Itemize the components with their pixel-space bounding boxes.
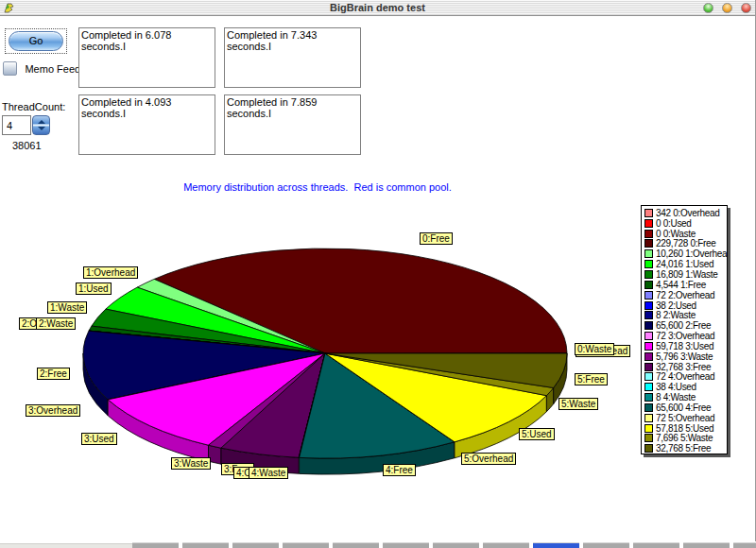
taskbar-button[interactable] (132, 542, 179, 548)
taskbar-button[interactable] (182, 542, 229, 548)
app-window: BigBrain demo test Go Memo FeedBacl Thre… (0, 0, 756, 541)
legend-color-mark (644, 291, 653, 300)
legend-label: 38 4:Used (656, 382, 696, 392)
taskbar-button[interactable] (433, 542, 479, 548)
legend-label: 24,016 1:Used (656, 259, 713, 269)
legend-color-mark (644, 342, 653, 351)
legend-row: 38 4:Used (644, 382, 727, 392)
slice-label-2:Waste: 2:Waste (36, 317, 76, 330)
taskbar-button[interactable] (583, 542, 629, 548)
legend-row: 38 2:Used (644, 300, 727, 311)
taskbar-button[interactable] (383, 542, 429, 548)
legend-row: 0 0:Used (644, 218, 727, 229)
legend-row: 32,768 5:Free (644, 443, 727, 454)
legend-row: 57,818 5:Used (644, 423, 727, 434)
slice-label-4:Free: 4:Free (383, 464, 416, 476)
slice-label-3:Overhead: 3:Overhead (26, 404, 80, 417)
legend-row: 8 4:Waste (644, 392, 727, 402)
legend-label: 32,768 3:Free (656, 362, 711, 372)
legend-color-mark (644, 219, 653, 228)
legend-label: 229,728 0:Free (656, 239, 716, 249)
legend-color-mark (644, 230, 653, 238)
legend-color-mark (644, 424, 653, 433)
legend-row: 5,796 3:Waste (644, 351, 727, 362)
legend-label: 72 4:Overhead (656, 372, 714, 383)
taskbar-button[interactable] (333, 542, 379, 548)
legend-color-mark (644, 444, 653, 453)
slice-label-0:Waste: 0:Waste (575, 343, 614, 355)
legend-color-mark (644, 332, 653, 340)
legend-label: 72 5:Overhead (656, 413, 714, 423)
legend-color-mark (644, 414, 653, 422)
slice-label-1:Waste: 1:Waste (47, 301, 87, 314)
legend-row: 32,768 3:Free (644, 362, 727, 372)
legend-label: 10,260 1:Overhead (656, 248, 727, 259)
legend-row: 65,600 2:Free (644, 320, 727, 331)
legend-color-mark (644, 321, 653, 330)
slice-label-2:Free: 2:Free (37, 368, 70, 380)
legend-row: 72 5:Overhead (644, 413, 727, 423)
legend-color-mark (644, 372, 653, 381)
os-taskbar (0, 541, 756, 548)
legend-label: 7,696 5:Waste (656, 434, 713, 444)
legend-row: 65,600 4:Free (644, 402, 727, 413)
legend-color-mark (644, 434, 653, 442)
slice-label-1:Overhead: 1:Overhead (83, 266, 138, 279)
legend-row: 72 2:Overhead (644, 290, 727, 300)
legend-label: 57,818 5:Used (656, 423, 713, 434)
legend-color-mark (644, 270, 653, 279)
legend-label: 65,600 2:Free (656, 320, 711, 331)
legend-label: 0 0:Used (656, 218, 692, 229)
taskbar-quicklaunch-area (0, 543, 132, 548)
legend-color-mark (644, 301, 653, 310)
taskbar-button[interactable] (483, 542, 529, 548)
legend-color-mark (644, 239, 653, 248)
legend-label: 59,718 3:Used (656, 341, 713, 351)
legend-label: 72 2:Overhead (656, 290, 714, 300)
legend-color-mark (644, 383, 653, 391)
legend-row: 72 4:Overhead (644, 372, 727, 383)
taskbar-button[interactable] (683, 542, 730, 548)
taskbar-button[interactable] (232, 542, 279, 548)
legend-row: 4,544 1:Free (644, 280, 727, 290)
legend-color-mark (644, 403, 653, 412)
legend-label: 16,809 1:Waste (656, 269, 717, 280)
legend-row: 24,016 1:Used (644, 259, 727, 269)
legend-row: 229,728 0:Free (644, 239, 727, 249)
slice-label-5:Used: 5:Used (519, 428, 555, 440)
taskbar-button[interactable] (633, 542, 679, 548)
legend-label: 8 2:Waste (656, 310, 696, 320)
slice-label-1:Used: 1:Used (76, 283, 112, 295)
legend-label: 342 0:Overhead (656, 208, 720, 218)
legend-label: 5,796 3:Waste (656, 351, 713, 362)
legend-row: 16,809 1:Waste (644, 269, 727, 280)
legend-color-mark (644, 249, 653, 258)
slice-label-5:Overhead: 5:Overhead (461, 453, 516, 465)
legend-label: 8 4:Waste (656, 392, 696, 402)
slice-label-3:Used: 3:Used (81, 433, 117, 445)
slice-label-5:Free: 5:Free (575, 373, 608, 385)
legend-row: 342 0:Overhead (644, 208, 727, 218)
legend-row: 7,696 5:Waste (644, 434, 727, 444)
taskbar-button[interactable] (283, 542, 329, 548)
legend-label: 32,768 5:Free (656, 443, 711, 454)
slice-label-4:Waste: 4:Waste (249, 467, 288, 479)
legend-row: 59,718 3:Used (644, 341, 727, 351)
legend-color-mark (644, 311, 653, 319)
chart-legend: 342 0:Overhead0 0:Used0 0:Waste229,728 0… (641, 205, 728, 454)
taskbar-button-active[interactable] (533, 542, 579, 548)
legend-label: 65,600 4:Free (656, 402, 711, 413)
legend-label: 38 2:Used (656, 300, 696, 311)
legend-color-mark (644, 281, 653, 289)
legend-color-mark (644, 260, 653, 268)
slice-label-0:Free: 0:Free (420, 232, 453, 245)
legend-label: 72 3:Overhead (656, 331, 714, 341)
legend-label: 0 0:Waste (656, 229, 696, 239)
legend-label: 4,544 1:Free (656, 280, 706, 290)
legend-color-mark (644, 352, 653, 361)
legend-color-mark (644, 209, 653, 217)
slice-label-5:Waste: 5:Waste (558, 398, 598, 410)
legend-row: 10,260 1:Overhead (644, 248, 727, 259)
slice-label-3:Waste: 3:Waste (171, 457, 211, 470)
taskbar-button[interactable] (733, 542, 756, 548)
